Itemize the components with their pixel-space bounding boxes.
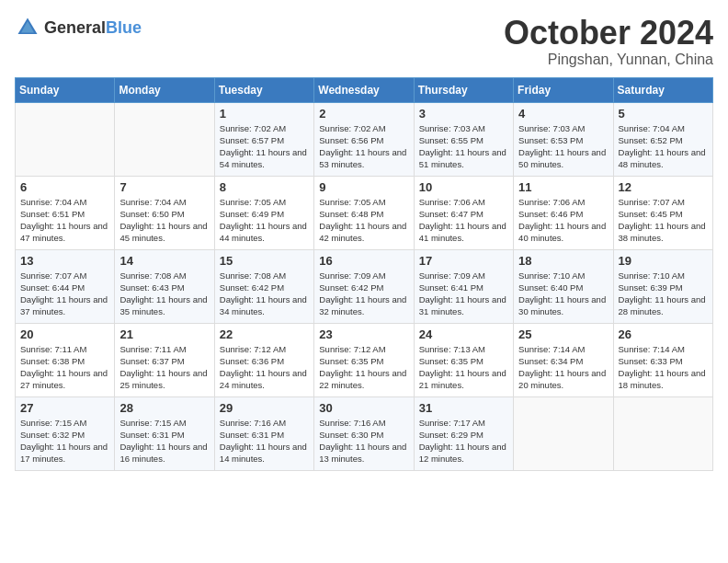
calendar-cell: 13Sunrise: 7:07 AMSunset: 6:44 PMDayligh…: [16, 249, 115, 323]
day-number: 27: [20, 401, 109, 415]
calendar-cell: 2Sunrise: 7:02 AMSunset: 6:56 PMDaylight…: [314, 102, 414, 176]
calendar-cell: [613, 396, 712, 470]
page-header: GeneralBlue October 2024 Pingshan, Yunna…: [15, 15, 713, 68]
day-info: Sunrise: 7:11 AMSunset: 6:38 PMDaylight:…: [20, 343, 109, 392]
day-info: Sunrise: 7:14 AMSunset: 6:33 PMDaylight:…: [619, 343, 708, 392]
day-info: Sunrise: 7:05 AMSunset: 6:49 PMDaylight:…: [220, 196, 309, 245]
calendar-cell: 17Sunrise: 7:09 AMSunset: 6:41 PMDayligh…: [414, 249, 513, 323]
day-info: Sunrise: 7:10 AMSunset: 6:39 PMDaylight:…: [619, 270, 708, 318]
day-number: 8: [220, 180, 309, 194]
day-number: 26: [619, 327, 708, 341]
month-title: October 2024: [504, 15, 713, 52]
day-number: 3: [419, 107, 508, 121]
logo: GeneralBlue: [15, 15, 142, 40]
day-info: Sunrise: 7:03 AMSunset: 6:53 PMDaylight:…: [518, 122, 608, 171]
day-number: 2: [319, 107, 408, 121]
day-info: Sunrise: 7:17 AMSunset: 6:29 PMDaylight:…: [419, 417, 508, 465]
day-info: Sunrise: 7:02 AMSunset: 6:56 PMDaylight:…: [319, 122, 408, 171]
day-number: 10: [419, 180, 508, 194]
calendar-cell: 15Sunrise: 7:08 AMSunset: 6:42 PMDayligh…: [214, 249, 313, 323]
day-info: Sunrise: 7:05 AMSunset: 6:48 PMDaylight:…: [319, 196, 408, 245]
calendar-cell: 4Sunrise: 7:03 AMSunset: 6:53 PMDaylight…: [514, 102, 613, 176]
day-info: Sunrise: 7:03 AMSunset: 6:55 PMDaylight:…: [419, 122, 508, 171]
calendar-cell: 7Sunrise: 7:04 AMSunset: 6:50 PMDaylight…: [115, 176, 214, 249]
day-number: 25: [518, 327, 608, 341]
day-info: Sunrise: 7:02 AMSunset: 6:57 PMDaylight:…: [220, 122, 309, 171]
calendar-cell: [514, 396, 613, 470]
day-info: Sunrise: 7:04 AMSunset: 6:51 PMDaylight:…: [20, 196, 109, 245]
day-info: Sunrise: 7:10 AMSunset: 6:40 PMDaylight:…: [518, 270, 608, 318]
day-info: Sunrise: 7:16 AMSunset: 6:31 PMDaylight:…: [220, 417, 309, 465]
day-number: 4: [518, 107, 608, 121]
calendar-cell: 25Sunrise: 7:14 AMSunset: 6:34 PMDayligh…: [514, 323, 613, 396]
calendar-cell: 18Sunrise: 7:10 AMSunset: 6:40 PMDayligh…: [514, 249, 613, 323]
calendar-cell: 28Sunrise: 7:15 AMSunset: 6:31 PMDayligh…: [115, 396, 214, 470]
day-info: Sunrise: 7:14 AMSunset: 6:34 PMDaylight:…: [518, 343, 608, 392]
day-info: Sunrise: 7:15 AMSunset: 6:32 PMDaylight:…: [20, 417, 109, 465]
day-number: 22: [220, 327, 309, 341]
week-row-4: 20Sunrise: 7:11 AMSunset: 6:38 PMDayligh…: [16, 323, 713, 396]
day-number: 1: [220, 107, 309, 121]
weekday-header-friday: Friday: [514, 77, 613, 102]
logo-text-general: General: [44, 18, 106, 37]
calendar-cell: 27Sunrise: 7:15 AMSunset: 6:32 PMDayligh…: [16, 396, 115, 470]
day-info: Sunrise: 7:08 AMSunset: 6:42 PMDaylight:…: [220, 270, 309, 318]
day-number: 31: [419, 401, 508, 415]
title-section: October 2024 Pingshan, Yunnan, China: [504, 15, 713, 68]
day-number: 18: [518, 254, 608, 268]
day-info: Sunrise: 7:11 AMSunset: 6:37 PMDaylight:…: [119, 343, 209, 392]
weekday-header-saturday: Saturday: [613, 77, 712, 102]
logo-icon: [15, 15, 40, 40]
calendar-cell: 20Sunrise: 7:11 AMSunset: 6:38 PMDayligh…: [16, 323, 115, 396]
calendar-table: SundayMondayTuesdayWednesdayThursdayFrid…: [15, 77, 713, 471]
day-info: Sunrise: 7:15 AMSunset: 6:31 PMDaylight:…: [119, 417, 209, 465]
calendar-cell: 22Sunrise: 7:12 AMSunset: 6:36 PMDayligh…: [214, 323, 313, 396]
calendar-cell: 30Sunrise: 7:16 AMSunset: 6:30 PMDayligh…: [314, 396, 414, 470]
day-info: Sunrise: 7:04 AMSunset: 6:50 PMDaylight:…: [119, 196, 209, 245]
day-number: 23: [319, 327, 408, 341]
day-number: 29: [220, 401, 309, 415]
location: Pingshan, Yunnan, China: [504, 52, 713, 68]
day-number: 6: [20, 180, 109, 194]
calendar-cell: 3Sunrise: 7:03 AMSunset: 6:55 PMDaylight…: [414, 102, 513, 176]
weekday-header-sunday: Sunday: [16, 77, 115, 102]
day-number: 16: [319, 254, 408, 268]
calendar-cell: 8Sunrise: 7:05 AMSunset: 6:49 PMDaylight…: [214, 176, 313, 249]
weekday-header-tuesday: Tuesday: [214, 77, 313, 102]
day-info: Sunrise: 7:07 AMSunset: 6:45 PMDaylight:…: [619, 196, 708, 245]
day-number: 14: [119, 254, 209, 268]
calendar-cell: 1Sunrise: 7:02 AMSunset: 6:57 PMDaylight…: [214, 102, 313, 176]
calendar-cell: 16Sunrise: 7:09 AMSunset: 6:42 PMDayligh…: [314, 249, 414, 323]
day-number: 11: [518, 180, 608, 194]
calendar-cell: 21Sunrise: 7:11 AMSunset: 6:37 PMDayligh…: [115, 323, 214, 396]
day-number: 28: [119, 401, 209, 415]
day-info: Sunrise: 7:12 AMSunset: 6:35 PMDaylight:…: [319, 343, 408, 392]
day-number: 21: [119, 327, 209, 341]
week-row-1: 1Sunrise: 7:02 AMSunset: 6:57 PMDaylight…: [16, 102, 713, 176]
calendar-cell: 23Sunrise: 7:12 AMSunset: 6:35 PMDayligh…: [314, 323, 414, 396]
week-row-3: 13Sunrise: 7:07 AMSunset: 6:44 PMDayligh…: [16, 249, 713, 323]
day-info: Sunrise: 7:16 AMSunset: 6:30 PMDaylight:…: [319, 417, 408, 465]
weekday-header-wednesday: Wednesday: [314, 77, 414, 102]
day-number: 15: [220, 254, 309, 268]
calendar-cell: 9Sunrise: 7:05 AMSunset: 6:48 PMDaylight…: [314, 176, 414, 249]
weekday-header-monday: Monday: [115, 77, 214, 102]
weekday-header-thursday: Thursday: [414, 77, 513, 102]
day-info: Sunrise: 7:07 AMSunset: 6:44 PMDaylight:…: [20, 270, 109, 318]
day-number: 13: [20, 254, 109, 268]
day-info: Sunrise: 7:09 AMSunset: 6:42 PMDaylight:…: [319, 270, 408, 318]
calendar-cell: 10Sunrise: 7:06 AMSunset: 6:47 PMDayligh…: [414, 176, 513, 249]
calendar-cell: 12Sunrise: 7:07 AMSunset: 6:45 PMDayligh…: [613, 176, 712, 249]
day-info: Sunrise: 7:13 AMSunset: 6:35 PMDaylight:…: [419, 343, 508, 392]
calendar-cell: 31Sunrise: 7:17 AMSunset: 6:29 PMDayligh…: [414, 396, 513, 470]
week-row-2: 6Sunrise: 7:04 AMSunset: 6:51 PMDaylight…: [16, 176, 713, 249]
day-number: 19: [619, 254, 708, 268]
calendar-cell: [16, 102, 115, 176]
calendar-cell: 14Sunrise: 7:08 AMSunset: 6:43 PMDayligh…: [115, 249, 214, 323]
calendar-cell: 6Sunrise: 7:04 AMSunset: 6:51 PMDaylight…: [16, 176, 115, 249]
calendar-cell: [115, 102, 214, 176]
day-number: 30: [319, 401, 408, 415]
day-number: 9: [319, 180, 408, 194]
weekday-header-row: SundayMondayTuesdayWednesdayThursdayFrid…: [16, 77, 713, 102]
day-info: Sunrise: 7:04 AMSunset: 6:52 PMDaylight:…: [619, 122, 708, 171]
